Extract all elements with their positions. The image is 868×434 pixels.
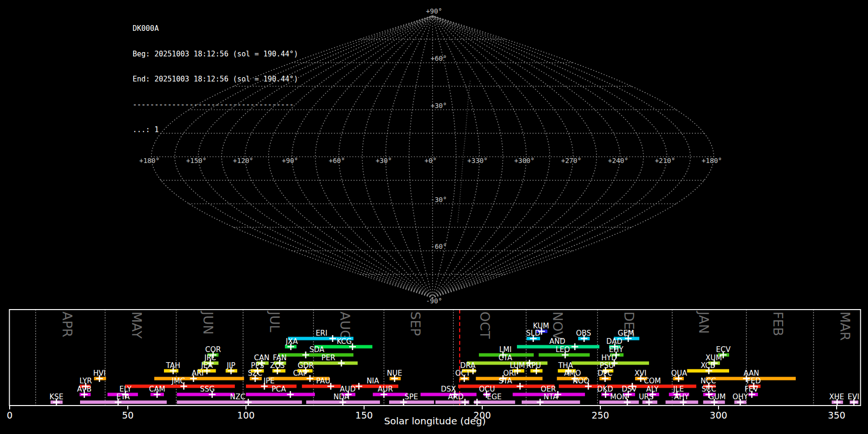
month-label-aug: AUG: [338, 312, 353, 340]
map-lon-label: +240°: [608, 157, 628, 164]
shower-label-EGE: EGE: [487, 393, 502, 401]
map-lat-label: +60°: [431, 54, 447, 62]
shower-label-NDA: NDA: [334, 393, 350, 401]
sky-map: +180°+150°+120°+90°+60°+30°+0°+330°+300°…: [139, 7, 722, 305]
shower-peak-cross-NTA: [537, 399, 543, 406]
shower-label-SDA: SDA: [309, 345, 325, 354]
shower-label-DPC: DPC: [597, 369, 612, 378]
map-lon-label: +90°: [282, 157, 298, 164]
shower-label-ARD: ARD: [448, 393, 463, 401]
map-lon-label: +0°: [424, 157, 436, 164]
month-label-apr: APR: [60, 312, 75, 338]
map-lon-label: +180°: [702, 157, 722, 164]
shower-peak-cross-NZC: [245, 399, 252, 406]
shower-label-GEM: GEM: [618, 329, 634, 338]
shower-label-NCC: NCC: [701, 377, 716, 385]
x-tick-label: 0: [7, 410, 13, 420]
shower-label-ERI: ERI: [316, 329, 327, 338]
x-tick-label: 50: [122, 410, 134, 420]
month-label-jun: JUN: [201, 311, 216, 335]
shower-peak-cross-STA: [516, 383, 523, 390]
shower-label-TAH: TAH: [165, 361, 180, 370]
month-label-mar: MAR: [838, 312, 853, 341]
x-tick-label: 150: [355, 410, 373, 420]
shower-label-AUR: AUR: [378, 385, 393, 393]
map-lon-label: +330°: [467, 157, 488, 164]
radiant-drift-track: [458, 81, 470, 223]
map-lon-label: +270°: [561, 157, 582, 164]
x-tick-label: 250: [592, 410, 609, 420]
shower-label-SLD: SLD: [526, 329, 540, 338]
shower-label-COR: COR: [205, 345, 221, 354]
activity-timeline: APRMAYJUNJULAUGSEPOCTNOVDECJANFEBMARKUME…: [7, 310, 861, 427]
shower-label-XCB: XCB: [701, 361, 715, 370]
shower-label-OBS: OBS: [576, 329, 591, 338]
shower-peak-cross-ERI: [329, 335, 336, 342]
shower-label-URS: URS: [639, 393, 654, 401]
x-tick-label: 100: [237, 410, 255, 420]
x-axis-title: Solar longitude (deg): [384, 415, 486, 427]
map-lon-label: +120°: [233, 157, 253, 164]
shower-label-XHE: XHE: [829, 393, 844, 401]
shower-label-MON: MON: [610, 393, 627, 401]
map-lon-label: +180°: [139, 157, 160, 164]
shower-label-OHY: OHY: [732, 393, 748, 401]
month-label-may: MAY: [129, 312, 144, 339]
shower-label-NTA: NTA: [543, 393, 558, 401]
shower-peak-cross-SDA: [302, 352, 309, 358]
shower-label-CAM: CAM: [149, 385, 165, 393]
shower-peak-cross-EGE: [474, 399, 480, 406]
shower-label-ARI: ARI: [191, 369, 203, 378]
shower-label-ZCS: ZCS: [270, 361, 285, 370]
shower-label-NUE: NUE: [387, 369, 402, 378]
shower-label-SPE: SPE: [405, 393, 418, 401]
shower-label-LEO: LEO: [556, 345, 570, 354]
shower-peak-cross-NIA: [355, 383, 362, 390]
shower-label-LYR: LYR: [80, 377, 92, 385]
shower-label-PER: PER: [322, 353, 336, 362]
shower-label-NIA: NIA: [366, 377, 380, 385]
plot-canvas: +180°+150°+120°+90°+60°+30°+0°+330°+300°…: [0, 0, 868, 434]
shower-peak-cross-PCA: [287, 391, 294, 398]
shower-label-AVB: AVB: [77, 385, 92, 393]
shower-label-IPE: IPE: [264, 377, 275, 385]
shower-label-DAD: DAD: [606, 337, 622, 346]
shower-label-SZC: SZC: [248, 369, 262, 378]
map-north-pole-label: +90°: [426, 7, 442, 15]
shower-label-GUM: GUM: [708, 393, 726, 401]
map-lat-label: +30°: [431, 102, 447, 109]
shower-label-NZC: NZC: [230, 393, 245, 401]
shower-label-AHY: AHY: [674, 393, 690, 401]
shower-peak-cross-CAP: [307, 375, 313, 382]
shower-label-STA: STA: [499, 377, 513, 385]
shower-label-COM: COM: [644, 377, 661, 385]
shower-label-JXA: JXA: [285, 337, 298, 346]
shower-label-KCG: KCG: [337, 337, 352, 346]
shower-label-FED: FED: [746, 377, 761, 385]
shower-label-EVI: EVI: [848, 393, 859, 401]
shower-label-ETA: ETA: [116, 393, 130, 401]
map-lon-label: +300°: [514, 157, 534, 164]
shower-label-PAU: PAU: [316, 377, 330, 385]
map-lon-label: +150°: [186, 157, 206, 164]
shower-label-LMI: LMI: [499, 345, 512, 354]
shower-label-ECV: ECV: [716, 345, 731, 354]
map-lon-label: +30°: [376, 157, 392, 164]
shower-label-NOO: NOO: [572, 377, 589, 385]
month-label-sep: SEP: [408, 312, 423, 336]
shower-label-JIP: JIP: [226, 361, 235, 370]
x-tick-label: 300: [710, 410, 727, 420]
month-label-feb: FEB: [771, 312, 786, 336]
month-label-nov: NOV: [550, 312, 565, 340]
shower-label-AND: AND: [549, 337, 565, 346]
x-tick-label: 350: [828, 410, 845, 420]
map-lon-label: +60°: [329, 157, 345, 164]
shower-peak-cross-AND: [571, 343, 578, 350]
shower-label-RPU: RPU: [527, 361, 541, 370]
shower-label-KSE: KSE: [50, 393, 64, 401]
map-lat-label: -30°: [431, 196, 447, 203]
month-label-oct: OCT: [477, 312, 492, 339]
shower-label-OCT: OCT: [455, 369, 471, 378]
map-lon-label: +210°: [655, 157, 675, 164]
month-label-jul: JUL: [267, 311, 282, 332]
